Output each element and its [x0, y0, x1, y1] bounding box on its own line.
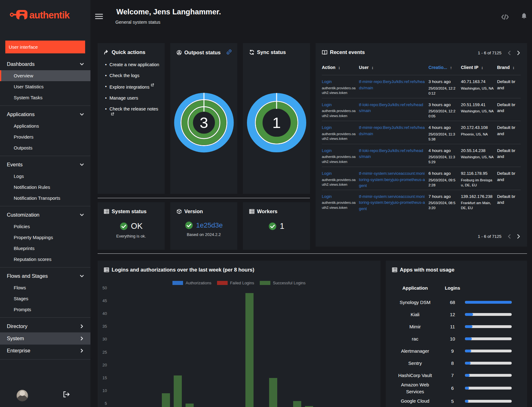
sidebar-group-label: Directory [7, 323, 27, 329]
sidebar-item-notification-rules[interactable]: Notification Rules [0, 182, 90, 193]
sidebar-group-events[interactable]: Events [0, 159, 90, 171]
event-action-link[interactable]: Login [322, 194, 332, 199]
hamburger-menu-button[interactable] [95, 13, 103, 21]
sidebar-item-overview[interactable]: Overview [0, 70, 90, 81]
sort-icon[interactable]: ↕ [512, 65, 515, 70]
event-user-link[interactable]: tf-loki-repo:BeryJu/k8s:ref:refs/heads/m… [359, 102, 423, 113]
sidebar-item-blueprints[interactable]: Blueprints [0, 243, 90, 254]
table-row: Loginauthentik.providers.oauth2.views.to… [322, 121, 521, 144]
logout-button[interactable] [63, 391, 70, 398]
sort-icon[interactable]: ↕ [371, 65, 374, 70]
pagination-prev-button[interactable] [508, 234, 511, 239]
quick-action-link-explore-integrations[interactable]: Explore integrations [109, 85, 154, 90]
card-title-label: Recent events [330, 49, 365, 55]
avatar[interactable] [17, 390, 28, 401]
sidebar-nav: DashboardsOverviewUser StatisticsSystem … [0, 58, 90, 362]
column-header-brand[interactable]: Brand↕ [497, 65, 521, 70]
external-link-icon [151, 83, 154, 87]
sidebar-item-prompts[interactable]: Prompts [0, 304, 90, 315]
sync-status-donut[interactable]: 1 [246, 92, 307, 153]
sidebar-group-customization[interactable]: Customization [0, 209, 90, 221]
sidebar-group-directory[interactable]: Directory [0, 320, 90, 332]
notifications-button[interactable] [521, 13, 527, 21]
sidebar-group-flows-and-stages[interactable]: Flows and Stages [0, 270, 90, 282]
quick-action-link-manage-users[interactable]: Manage users [109, 96, 138, 101]
quick-action-link-check-the-logs[interactable]: Check the logs [109, 73, 139, 78]
action-cell: Loginauthentik.providers.oauth2.views.to… [322, 170, 359, 189]
sidebar-group-system[interactable]: System [0, 332, 90, 345]
progress-track [465, 301, 512, 304]
pagination-next-button[interactable] [517, 51, 520, 55]
chart-bar[interactable] [174, 375, 182, 407]
event-action-link[interactable]: Login [322, 125, 332, 130]
chart-bar[interactable] [162, 393, 170, 407]
version-link[interactable]: 1e25d3e [196, 221, 223, 229]
event-action-link[interactable]: Login [322, 171, 332, 176]
chart-bar[interactable] [293, 401, 301, 407]
sidebar-footer [0, 383, 90, 407]
system-status-value-row: OK [98, 221, 165, 231]
sidebar-item-notification-transports[interactable]: Notification Transports [0, 193, 90, 203]
action-cell: Loginauthentik.providers.oauth2.views.to… [322, 125, 359, 142]
sidebar-item-reputation-scores[interactable]: Reputation scores [0, 254, 90, 265]
sort-asc-icon[interactable]: ↑ [450, 65, 452, 70]
quick-action-link-create-a-new-application[interactable]: Create a new application [109, 62, 159, 67]
event-user-link[interactable]: tf-mimir-repo:BeryJu/k8s:ref:refs/heads/… [359, 79, 425, 90]
user-interface-button[interactable]: User interface [5, 41, 85, 53]
chart-bar[interactable] [186, 404, 194, 407]
sidebar-group-applications[interactable]: Applications [0, 108, 90, 120]
sidebar-group-enterprise[interactable]: Enterprise [0, 345, 90, 357]
progress-fill [465, 387, 469, 390]
sidebar-item-stages[interactable]: Stages [0, 293, 90, 304]
sidebar-item-providers[interactable]: Providers [0, 131, 90, 142]
chart-bar[interactable] [245, 293, 254, 407]
sidebar-group-dashboards[interactable]: Dashboards [0, 58, 90, 70]
app-usage-row: Alertmanager9 [390, 345, 512, 357]
events-pagination-bottom: 1 - 6 of 7125 [478, 234, 520, 239]
event-action-link[interactable]: Login [322, 148, 332, 153]
api-browser-button[interactable] [501, 14, 509, 21]
check-circle-icon [268, 222, 277, 230]
logo-row: authentik [0, 0, 90, 23]
quick-action-item: Create a new application [104, 61, 160, 68]
sync-status-title-row: Sync status [243, 43, 310, 55]
outpost-status-donut[interactable]: 3 [173, 92, 235, 153]
event-action-link[interactable]: Login [322, 79, 332, 84]
nav-divider [0, 317, 90, 318]
event-user-link[interactable]: tf-loki-repo:BeryJu/k8s:ref:refs/heads/m… [359, 148, 423, 159]
sidebar-item-user-statistics[interactable]: User Statistics [0, 81, 90, 92]
sidebar-item-outposts[interactable]: Outposts [0, 142, 90, 153]
event-user-link[interactable]: tf-mimir-system:serviceaccount:monitorin… [359, 171, 425, 188]
column-header-user[interactable]: User↕ [359, 65, 428, 70]
sort-icon[interactable]: ↕ [338, 65, 341, 70]
column-header-client-ip[interactable]: Client IP↕ [461, 65, 497, 70]
event-user-link[interactable]: tf-mimir-system:serviceaccount:monitorin… [359, 194, 425, 211]
quick-action-link-check-the-release-notes[interactable]: Check the release notes [109, 106, 158, 119]
event-action-link[interactable]: Login [322, 102, 332, 107]
column-header-action[interactable]: Action↕ [322, 65, 359, 70]
system-status-card: System status OK Everything is ok. [98, 202, 165, 250]
pagination-prev-button[interactable] [508, 51, 511, 55]
sidebar-item-applications[interactable]: Applications [0, 120, 90, 131]
sidebar-item-logs[interactable]: Logs [0, 171, 90, 182]
column-header-creatio[interactable]: Creatio...↑ [428, 65, 461, 70]
event-user-link[interactable]: tf-mimir-repo:BeryJu/k8s:ref:refs/heads/… [359, 125, 425, 136]
progress-fill [465, 301, 512, 304]
sidebar-item-system-tasks[interactable]: System Tasks [0, 92, 90, 103]
sidebar-item-policies[interactable]: Policies [0, 221, 90, 232]
outpost-link-button[interactable] [226, 49, 232, 56]
chart-bar[interactable] [269, 378, 277, 407]
sidebar-item-flows[interactable]: Flows [0, 282, 90, 293]
y-axis-tick-label: 40 [98, 311, 107, 316]
pagination-next-button[interactable] [517, 234, 520, 239]
bell-icon [521, 13, 527, 20]
event-context: authentik.providers.oauth2.views.token [322, 132, 356, 142]
event-geo: Phoenix, US, NA [461, 132, 494, 137]
quick-action-item: Manage users [104, 95, 160, 101]
sidebar-group-label: Flows and Stages [7, 273, 48, 279]
progress-fill [465, 350, 471, 352]
sidebar-item-property-mappings[interactable]: Property Mappings [0, 232, 90, 243]
chevron-right-icon [80, 336, 84, 341]
sort-icon[interactable]: ↕ [481, 65, 483, 70]
event-time-relative: 4 hours ago [428, 125, 458, 131]
